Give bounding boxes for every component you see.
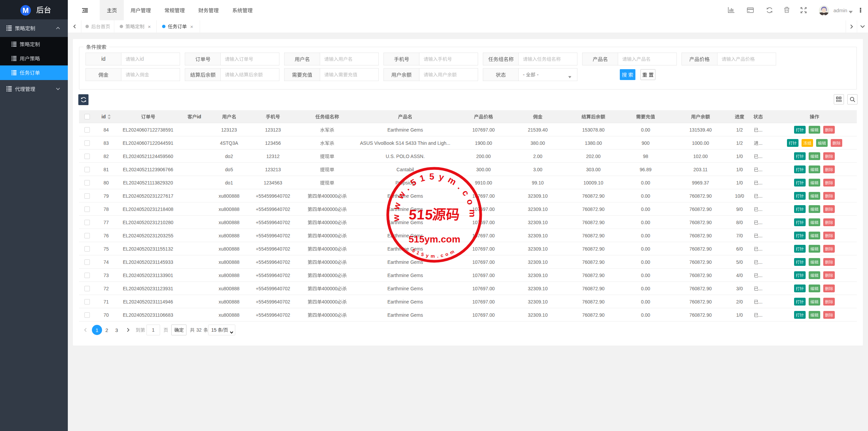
svg-text:515ym.com: 515ym.com bbox=[409, 234, 460, 244]
svg-text:515: 515 bbox=[408, 207, 434, 222]
